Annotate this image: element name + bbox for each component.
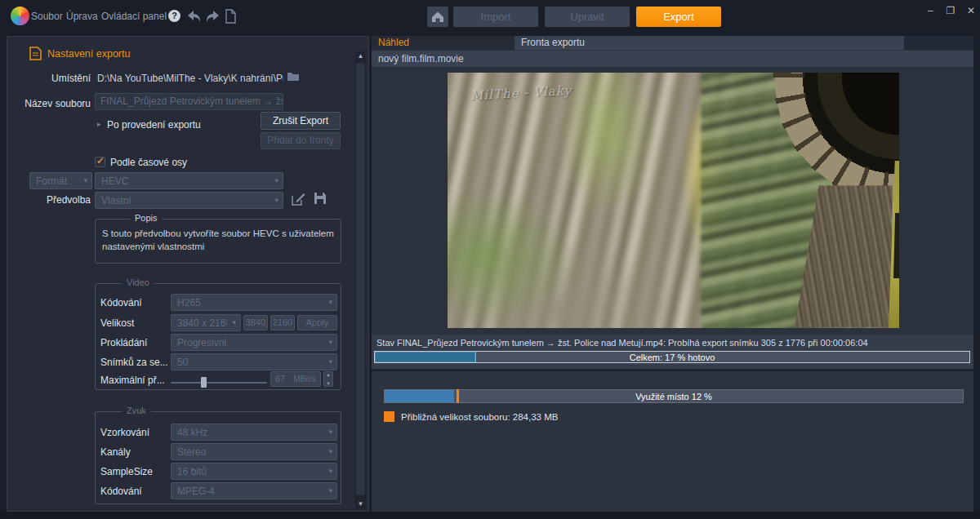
- scrollbar-thumb[interactable]: [356, 63, 365, 495]
- export-button[interactable]: Export: [636, 7, 721, 27]
- audio-legend: Zvuk: [122, 406, 151, 415]
- export-status-band: Stav FINAL_Průjezd Petrovickým tunelem →…: [372, 335, 973, 369]
- disk-usage-bar: Využité místo 12 %: [384, 389, 964, 403]
- tab-preview[interactable]: Náhled: [372, 36, 514, 50]
- format-value-dropdown[interactable]: HEVC: [95, 172, 283, 189]
- overall-progress-bar: Celkem: 17 % hotovo: [374, 351, 970, 363]
- preview-tabbar: Náhled Fronta exportu: [372, 36, 973, 50]
- restore-button[interactable]: ❐: [942, 3, 960, 18]
- preset-dropdown[interactable]: Vlastní: [95, 192, 283, 209]
- timeline-checkbox[interactable]: [95, 157, 105, 167]
- save-preset-icon[interactable]: [314, 192, 327, 205]
- preset-label: Předvolba: [7, 194, 91, 206]
- import-button[interactable]: Import: [453, 7, 538, 27]
- minimize-button[interactable]: –: [921, 3, 939, 18]
- project-name: nový film.film.movie: [372, 51, 973, 67]
- window-bottom-edge: [0, 512, 980, 519]
- samplesize-label: SampleSize: [100, 466, 153, 477]
- tab-export-queue[interactable]: Fronta exportu: [514, 36, 904, 50]
- video-preview-area: MilThe - Vlaky: [372, 67, 973, 335]
- framerate-label: Snímků za se...: [100, 357, 168, 368]
- video-encoding-label: Kódování: [100, 297, 142, 308]
- undo-icon[interactable]: [186, 8, 203, 24]
- top-bar: Soubor Úprava Ovládací panel Import Upra…: [0, 0, 980, 33]
- video-height-field[interactable]: 2160: [270, 315, 295, 330]
- filename-label: Název souboru: [7, 98, 91, 109]
- description-legend: Popis: [130, 213, 163, 223]
- disk-usage-section: Využité místo 12 % Přibližná velikost so…: [372, 371, 973, 512]
- interlacing-dropdown[interactable]: Progresivní: [171, 334, 337, 351]
- audio-encoding-label: Kódování: [100, 486, 142, 497]
- channels-dropdown[interactable]: Stereo: [171, 443, 337, 460]
- close-button[interactable]: ✕: [962, 3, 980, 18]
- app-window: Soubor Úprava Ovládací panel Import Upra…: [0, 0, 980, 519]
- video-size-dropdown[interactable]: 3840 x 2160: [171, 314, 241, 331]
- bitrate-field[interactable]: 67 MBit/s: [270, 371, 321, 387]
- video-legend: Video: [122, 277, 154, 287]
- scroll-down-icon[interactable]: ▼: [355, 499, 366, 509]
- filename-input[interactable]: FINAL_Průjezd Petrovickým tunelem → žst.…: [95, 93, 283, 110]
- help-icon[interactable]: [168, 10, 180, 22]
- export-status-text: Stav FINAL_Průjezd Petrovickým tunelem →…: [376, 338, 868, 348]
- home-button[interactable]: [427, 7, 448, 27]
- bitrate-slider-track[interactable]: [171, 382, 267, 384]
- description-text: S touto předvolbou vytvoříte soubor HEVC…: [102, 227, 334, 253]
- sampling-label: Vzorkování: [100, 427, 149, 438]
- location-value: D:\Na YouTube\MilThe - Vlaky\K nahrání\P…: [97, 73, 283, 84]
- bitrate-spinner[interactable]: [323, 371, 333, 387]
- interlacing-label: Prokládání: [100, 337, 147, 348]
- add-to-queue-button[interactable]: Přidat do fronty: [261, 132, 341, 149]
- menu-file[interactable]: Soubor: [31, 11, 63, 22]
- bitrate-slider-thumb[interactable]: [201, 377, 207, 388]
- export-settings-icon: [29, 47, 42, 60]
- disk-usage-label: Využité místo 12 %: [385, 390, 963, 402]
- cancel-export-button[interactable]: Zrušit Export: [261, 112, 341, 130]
- preview-panel: Náhled Fronta exportu nový film.film.mov…: [372, 36, 973, 512]
- channels-label: Kanály: [100, 446, 131, 458]
- file-size-legend-icon: [384, 411, 394, 422]
- video-size-label: Velikost: [100, 317, 134, 329]
- scroll-up-icon[interactable]: ▲: [355, 51, 366, 61]
- audio-encoding-dropdown[interactable]: MPEG-4: [171, 482, 337, 499]
- video-width-field[interactable]: 3840: [243, 315, 268, 330]
- video-encoding-dropdown[interactable]: H265: [171, 294, 337, 311]
- file-size-label: Přibližná velikost souboru: 284,33 MB: [401, 412, 558, 422]
- video-preview-frame: MilThe - Vlaky: [448, 73, 899, 328]
- menu-control-panel[interactable]: Ovládací panel: [101, 11, 167, 22]
- app-logo-icon: [11, 7, 29, 25]
- redo-icon[interactable]: [204, 8, 220, 24]
- edit-preset-icon[interactable]: [292, 192, 305, 206]
- description-group: Popis S touto předvolbou vytvoříte soubo…: [95, 219, 341, 264]
- left-panel-scrollbar[interactable]: ▲ ▼: [355, 51, 366, 509]
- bitrate-unit: MBit/s: [293, 372, 316, 386]
- location-label: Umístění: [7, 73, 91, 84]
- after-export-expander[interactable]: Po provedení exportu: [107, 119, 201, 131]
- export-settings-panel: Nastavení exportu Umístění D:\Na YouTube…: [7, 36, 369, 512]
- overall-progress-label: Celkem: 17 % hotovo: [375, 352, 969, 362]
- timeline-checkbox-label: Podle časové osy: [110, 157, 187, 168]
- bitrate-label: Maximální př...: [100, 375, 165, 386]
- edit-button[interactable]: Upravit: [545, 7, 630, 27]
- sampling-dropdown[interactable]: 48 kHz: [171, 424, 337, 441]
- folder-icon[interactable]: [287, 71, 300, 82]
- document-icon[interactable]: [224, 8, 240, 24]
- format-dropdown[interactable]: Formát: [29, 172, 92, 189]
- panel-title: Nastavení exportu: [47, 48, 130, 60]
- framerate-dropdown[interactable]: 50: [171, 353, 337, 370]
- menu-edit[interactable]: Úprava: [66, 11, 98, 22]
- samplesize-dropdown[interactable]: 16 bitů: [171, 463, 337, 480]
- apply-button[interactable]: Apply: [297, 315, 337, 330]
